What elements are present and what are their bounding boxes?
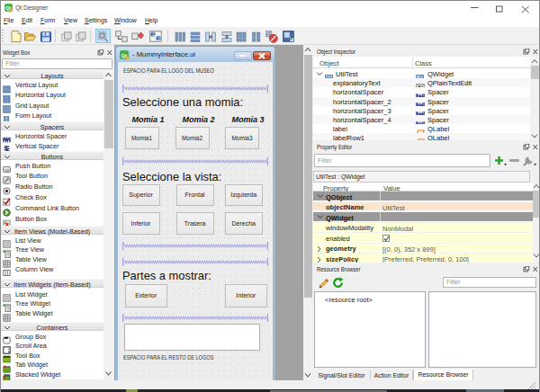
svg-text:Qt: Qt bbox=[122, 53, 128, 58]
svg-text:2: 2 bbox=[158, 36, 160, 41]
svg-text:1: 1 bbox=[152, 31, 155, 37]
